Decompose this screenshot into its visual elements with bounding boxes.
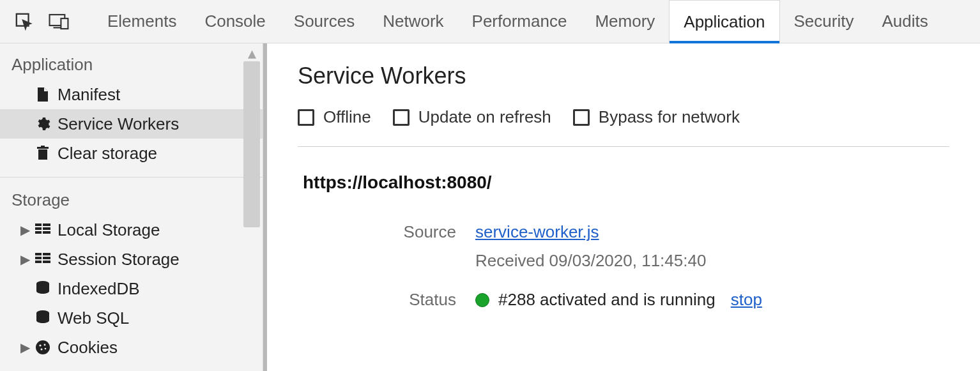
tab-label: Security xyxy=(794,11,854,31)
svg-point-20 xyxy=(36,340,50,354)
checkbox-box xyxy=(298,109,314,126)
tab-label: Application xyxy=(684,12,765,32)
svg-rect-12 xyxy=(35,253,42,255)
sidebar-item-label: Session Storage xyxy=(57,250,263,269)
svg-point-23 xyxy=(41,349,43,351)
service-workers-panel: Service Workers Offline Update on refres… xyxy=(267,43,980,371)
value-status: #288 activated and is running stop xyxy=(475,290,949,310)
database-icon xyxy=(32,281,54,296)
detail-grid: Source service-worker.js Received 09/03/… xyxy=(303,222,949,310)
origin-url: https://localhost:8080/ xyxy=(303,172,949,193)
chevron-right-icon: ▶ xyxy=(18,252,32,267)
svg-rect-7 xyxy=(43,223,50,226)
label-source: Source xyxy=(303,222,456,242)
tab-audits[interactable]: Audits xyxy=(868,0,942,43)
sidebar-item-manifest[interactable]: Manifest xyxy=(0,80,263,109)
sidebar-item-label: IndexedDB xyxy=(57,279,263,299)
chevron-right-icon: ▶ xyxy=(18,340,32,355)
tab-application[interactable]: Application xyxy=(669,0,779,43)
status-indicator-icon xyxy=(475,293,489,307)
svg-rect-17 xyxy=(43,261,50,263)
received-timestamp: Received 09/03/2020, 11:45:40 xyxy=(475,251,949,271)
checkbox-box xyxy=(573,109,590,126)
sidebar-item-label: Clear storage xyxy=(57,144,263,163)
sidebar-scrollbar[interactable] xyxy=(243,61,260,371)
document-icon xyxy=(32,87,54,102)
svg-rect-8 xyxy=(35,227,42,230)
value-source: service-worker.js Received 09/03/2020, 1… xyxy=(475,222,949,271)
tab-performance[interactable]: Performance xyxy=(458,0,581,43)
inspect-element-icon[interactable] xyxy=(11,9,37,34)
database-icon xyxy=(32,310,54,326)
tab-label: Console xyxy=(204,11,265,31)
svg-rect-11 xyxy=(43,231,50,234)
device-toolbar-icon[interactable] xyxy=(46,9,72,34)
sidebar-section-storage-header: Storage xyxy=(0,177,263,215)
svg-rect-13 xyxy=(43,253,50,255)
svg-rect-4 xyxy=(37,147,49,149)
panel-title: Service Workers xyxy=(298,63,949,89)
svg-rect-3 xyxy=(38,149,47,160)
main-split: ▴ Application Manifest Service Workers xyxy=(0,43,980,371)
sidebar-item-web-sql[interactable]: Web SQL xyxy=(0,303,263,333)
checkbox-box xyxy=(393,109,410,126)
sidebar-item-session-storage[interactable]: ▶ Session Storage xyxy=(0,245,263,274)
tab-security[interactable]: Security xyxy=(780,0,868,43)
checkbox-offline[interactable]: Offline xyxy=(298,107,371,127)
table-icon xyxy=(32,223,54,236)
tab-network[interactable]: Network xyxy=(369,0,457,43)
tab-label: Sources xyxy=(294,11,355,31)
tab-elements[interactable]: Elements xyxy=(93,0,190,43)
sidebar-item-local-storage[interactable]: ▶ Local Storage xyxy=(0,215,263,245)
status-text: #288 activated and is running xyxy=(498,290,716,310)
checkbox-label: Update on refresh xyxy=(418,107,551,127)
tab-console[interactable]: Console xyxy=(190,0,279,43)
stop-link[interactable]: stop xyxy=(731,290,762,310)
sidebar-item-indexeddb[interactable]: IndexedDB xyxy=(0,274,263,303)
sidebar-item-label: Service Workers xyxy=(57,114,263,134)
devtools-tabs: Elements Console Sources Network Perform… xyxy=(93,0,942,43)
source-file-link[interactable]: service-worker.js xyxy=(475,222,599,241)
svg-rect-5 xyxy=(41,146,45,147)
chevron-right-icon: ▶ xyxy=(18,222,32,238)
trash-icon xyxy=(32,146,54,161)
application-sidebar: ▴ Application Manifest Service Workers xyxy=(0,43,263,371)
svg-rect-10 xyxy=(35,231,42,234)
tab-label: Audits xyxy=(882,11,928,31)
svg-point-21 xyxy=(39,344,41,346)
tab-label: Memory xyxy=(595,11,655,31)
cookie-icon xyxy=(32,340,54,355)
sidebar-item-label: Web SQL xyxy=(57,308,263,328)
tab-memory[interactable]: Memory xyxy=(581,0,669,43)
tab-label: Elements xyxy=(107,11,176,31)
tab-sources[interactable]: Sources xyxy=(280,0,369,43)
sidebar-item-service-workers[interactable]: Service Workers xyxy=(0,109,263,139)
svg-rect-15 xyxy=(43,257,50,259)
svg-point-22 xyxy=(44,344,46,346)
sidebar-item-cookies[interactable]: ▶ Cookies xyxy=(0,333,263,362)
gear-icon xyxy=(32,116,54,132)
checkbox-update-on-refresh[interactable]: Update on refresh xyxy=(393,107,551,127)
checkbox-label: Bypass for network xyxy=(599,107,740,127)
sidebar-item-label: Cookies xyxy=(57,338,263,358)
sidebar-item-label: Manifest xyxy=(57,85,263,105)
tab-label: Network xyxy=(383,11,443,31)
sidebar-section-application-header: Application xyxy=(0,43,263,80)
svg-rect-2 xyxy=(61,18,68,28)
svg-rect-9 xyxy=(43,227,50,230)
devtools-tabbar: Elements Console Sources Network Perform… xyxy=(0,0,980,43)
svg-point-24 xyxy=(45,348,47,350)
label-status: Status xyxy=(303,290,456,310)
svg-rect-16 xyxy=(35,261,42,263)
options-row: Offline Update on refresh Bypass for net… xyxy=(298,107,949,147)
checkbox-label: Offline xyxy=(323,107,371,127)
tab-label: Performance xyxy=(472,11,567,31)
checkbox-bypass-for-network[interactable]: Bypass for network xyxy=(573,107,740,127)
sidebar-item-label: Local Storage xyxy=(57,220,263,240)
svg-rect-6 xyxy=(35,223,42,226)
sidebar-scrollbar-thumb[interactable] xyxy=(243,61,260,227)
sidebar-item-clear-storage[interactable]: Clear storage xyxy=(0,139,263,168)
svg-rect-14 xyxy=(35,257,42,259)
table-icon xyxy=(32,253,54,266)
